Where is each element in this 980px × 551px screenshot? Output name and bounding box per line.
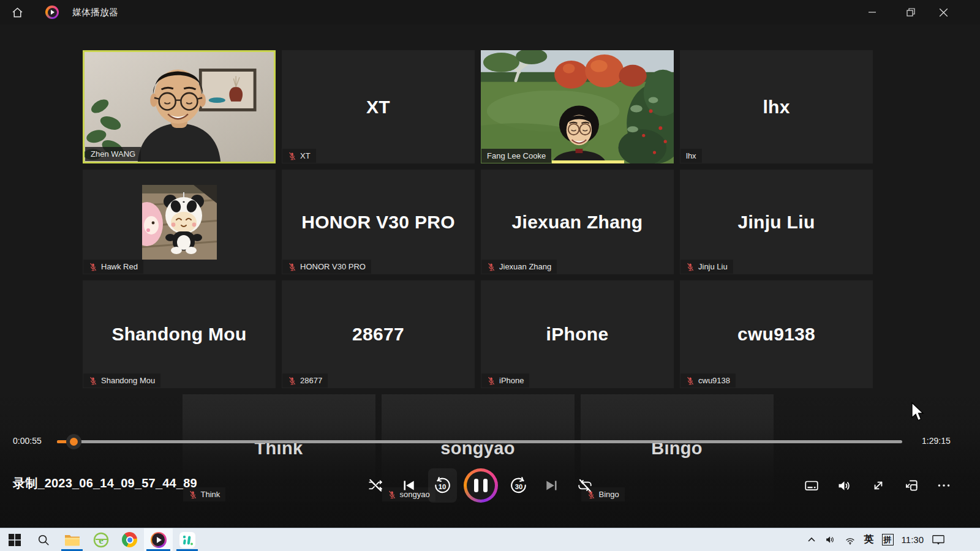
participant-tile-28677: 2867728677	[282, 280, 475, 388]
muted-mic-icon	[487, 263, 496, 271]
participant-label: 28677	[282, 373, 328, 388]
rewind-10-button[interactable]: 10	[429, 472, 456, 499]
participant-label: XT	[282, 149, 316, 163]
participant-tile-shandong-mou: Shandong MouShandong Mou	[83, 280, 276, 388]
muted-mic-icon	[686, 263, 695, 271]
participant-tile-fang-lee-cooke: Fang Lee Cooke	[481, 50, 674, 163]
subtitles-button[interactable]	[798, 472, 825, 499]
participant-name: lhx	[763, 97, 790, 118]
participant-name: cwu9138	[737, 324, 815, 345]
taskbar-file-explorer[interactable]	[58, 528, 86, 551]
participant-tile-xt: XTXT	[282, 50, 475, 163]
tray-volume-icon[interactable]	[824, 534, 836, 545]
participant-label-text: Shandong Mou	[101, 376, 155, 385]
mouse-cursor	[910, 402, 926, 422]
participant-label-text: Bingo	[599, 490, 619, 499]
fullscreen-button[interactable]	[865, 472, 892, 499]
mini-player-icon	[903, 478, 919, 493]
media-player-taskbar-icon	[151, 532, 167, 548]
participant-label-text: Zhen WANG	[91, 149, 135, 159]
participant-label: Jiexuan Zhang	[481, 260, 557, 274]
fullscreen-icon	[870, 478, 886, 493]
taskbar-clock[interactable]: 11:30	[902, 534, 924, 545]
ime-language-indicator[interactable]: 英	[864, 533, 874, 546]
system-tray: 英 拼 11:30	[807, 528, 980, 551]
forward-30-button[interactable]: 30	[505, 472, 532, 499]
repeat-button[interactable]	[571, 472, 598, 499]
pause-icon	[474, 479, 478, 492]
action-center-icon[interactable]	[932, 534, 945, 546]
start-button[interactable]	[0, 528, 29, 551]
subtitles-icon	[804, 478, 820, 493]
muted-mic-icon	[89, 263, 97, 271]
participant-row: Hawk RedHONOR V30 PROHONOR V30 PROJiexua…	[83, 170, 873, 274]
tray-wifi-icon[interactable]	[844, 534, 856, 546]
participant-label-text: iPhone	[499, 376, 524, 385]
muted-mic-icon	[686, 377, 695, 385]
app-logo	[45, 6, 59, 19]
tray-expand-icon[interactable]	[807, 535, 816, 545]
taskbar-media-player[interactable]	[144, 528, 173, 551]
browser-e-icon: e	[93, 532, 109, 548]
restore-icon	[907, 8, 915, 17]
media-player-logo-icon	[45, 6, 59, 19]
app-title: 媒体播放器	[72, 7, 118, 18]
seek-thumb[interactable]	[66, 434, 81, 449]
shuffle-button[interactable]	[362, 472, 389, 499]
participant-name: XT	[366, 97, 390, 118]
shuffle-off-icon	[368, 478, 383, 493]
windows-logo-icon	[8, 533, 21, 547]
minimize-icon	[869, 9, 876, 16]
teal-app-icon	[179, 532, 195, 548]
total-time: 1:29:15	[922, 436, 951, 446]
svg-text:10: 10	[439, 483, 447, 490]
video-surface[interactable]: Zhen WANGXTXTFang Lee CookelhxlhxHawk Re…	[0, 24, 980, 528]
participant-label: Fang Lee Cooke	[481, 149, 551, 163]
close-button[interactable]	[929, 0, 958, 24]
taskbar-browser-e[interactable]: e	[86, 528, 115, 551]
speaking-indicator	[552, 160, 624, 163]
previous-button[interactable]	[395, 472, 422, 499]
participant-label: Jinju Liu	[680, 260, 733, 274]
participant-label-text: Think	[201, 490, 221, 499]
more-button[interactable]	[930, 472, 957, 499]
muted-mic-icon	[288, 263, 296, 271]
muted-mic-icon	[288, 377, 296, 385]
more-icon	[936, 478, 952, 493]
participant-label-text: 28677	[300, 376, 322, 385]
participant-name: HONOR V30 PRO	[301, 212, 455, 233]
participant-label: lhx	[680, 149, 702, 163]
ime-mode-indicator[interactable]: 拼	[882, 534, 894, 545]
participant-label-text: Jiexuan Zhang	[499, 262, 551, 271]
mini-player-button[interactable]	[898, 472, 925, 499]
participant-label: Shandong Mou	[83, 373, 160, 388]
taskbar-chrome[interactable]	[115, 528, 144, 551]
participant-row: Shandong MouShandong Mou2867728677iPhone…	[83, 280, 873, 388]
volume-button[interactable]	[831, 472, 858, 499]
minimize-button[interactable]	[858, 0, 887, 24]
home-button[interactable]	[5, 0, 29, 24]
participant-label-text: Jinju Liu	[698, 262, 728, 271]
webcam-video-garden	[481, 50, 674, 163]
participant-label: Hawk Red	[83, 260, 143, 274]
participant-label-text: lhx	[686, 151, 696, 160]
participant-label-text: Fang Lee Cooke	[487, 151, 546, 160]
next-button[interactable]	[538, 472, 565, 499]
participant-tile-zhen-wang: Zhen WANG	[83, 50, 276, 163]
search-icon	[37, 533, 50, 547]
file-explorer-icon	[64, 533, 80, 547]
home-icon	[11, 6, 24, 19]
participant-tile-honor-v30-pro: HONOR V30 PROHONOR V30 PRO	[282, 170, 475, 274]
search-button[interactable]	[29, 528, 58, 551]
participant-name: Shandong Mou	[111, 324, 246, 345]
restore-button[interactable]	[896, 0, 925, 24]
previous-track-icon	[401, 478, 417, 493]
participant-label-text: XT	[300, 151, 311, 160]
pause-button[interactable]	[464, 468, 498, 503]
svg-text:30: 30	[515, 483, 523, 490]
taskbar-teal-app[interactable]	[173, 528, 202, 551]
taskbar: e 英 拼 11:30	[0, 528, 980, 551]
chrome-icon	[122, 532, 137, 547]
seek-bar[interactable]	[57, 440, 902, 443]
muted-mic-icon	[288, 152, 296, 160]
